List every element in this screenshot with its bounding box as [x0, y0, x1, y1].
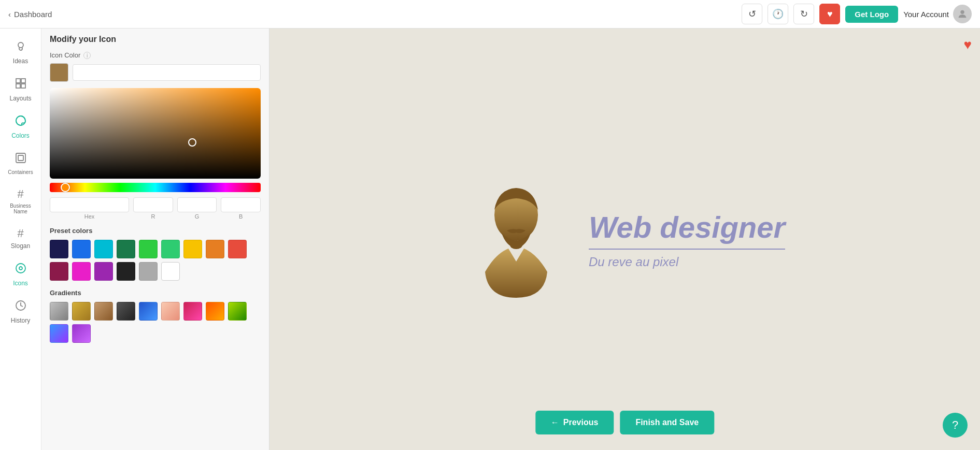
- sidebar-item-business[interactable]: # Business Name: [2, 182, 39, 220]
- color-picker-area[interactable]: [50, 88, 261, 192]
- preset-swatch-emerald[interactable]: [161, 240, 180, 258]
- previous-button[interactable]: ← Previous: [535, 411, 614, 434]
- containers-label: Containers: [8, 169, 33, 175]
- topbar-right: ↺ 🕐 ↻ ♥ Get Logo Your Account: [742, 4, 972, 24]
- preset-colors-title: Preset colors: [50, 227, 261, 235]
- redo-button[interactable]: ↻: [793, 4, 814, 24]
- preset-swatch-black[interactable]: [117, 262, 135, 281]
- bottom-bar: ← Previous Finish and Save: [535, 411, 714, 434]
- sidebar-item-ideas[interactable]: Ideas: [2, 35, 39, 70]
- preset-swatch-red[interactable]: [228, 240, 247, 258]
- gradient-swatch-purple-blue[interactable]: [50, 324, 68, 343]
- help-icon: ?: [952, 418, 958, 432]
- color-swatch[interactable]: [50, 63, 68, 82]
- preset-swatch-white[interactable]: [161, 262, 180, 281]
- history-icon: [15, 299, 27, 315]
- colors-icon: [15, 114, 27, 130]
- b-label: B: [239, 213, 243, 220]
- business-label: Business Name: [4, 203, 37, 214]
- b-field: 80 B: [221, 197, 261, 220]
- account-label: Your Account: [903, 10, 949, 19]
- preset-swatch-blue[interactable]: [72, 240, 91, 258]
- svg-point-1: [18, 42, 23, 48]
- svg-rect-8: [18, 155, 23, 161]
- logo-sub-text: Du reve au pixel: [589, 255, 785, 269]
- info-icon[interactable]: i: [83, 52, 91, 59]
- history-label: History: [11, 317, 30, 324]
- gradients-title: Gradients: [50, 289, 261, 297]
- gradient-swatch-dark[interactable]: [117, 302, 135, 321]
- gradient-swatch-gold[interactable]: [72, 302, 91, 321]
- svg-rect-3: [21, 79, 25, 83]
- topbar: ‹ Dashboard ↺ 🕐 ↻ ♥ Get Logo Your Accoun…: [0, 0, 980, 28]
- preset-swatch-darkred[interactable]: [50, 262, 68, 281]
- slogan-label: Slogan: [11, 242, 30, 250]
- undo-button[interactable]: ↺: [742, 4, 762, 24]
- preset-swatch-darkgreen[interactable]: [117, 240, 135, 258]
- preset-swatch-green[interactable]: [139, 240, 158, 258]
- back-chevron-icon: ‹: [8, 10, 11, 19]
- prev-arrow-icon: ←: [551, 418, 559, 427]
- svg-point-13: [510, 241, 522, 249]
- preset-grid: [50, 240, 261, 281]
- logo-preview: Web designer Du reve au pixel: [464, 179, 785, 300]
- icon-color-text: Icon Color: [50, 51, 80, 59]
- canvas-area: ♥: [269, 28, 980, 450]
- logo-icon: [464, 179, 568, 300]
- help-button[interactable]: ?: [943, 413, 968, 438]
- icons-label: Icons: [13, 280, 28, 287]
- history-button[interactable]: 🕐: [768, 4, 788, 24]
- logo-text-area: Web designer Du reve au pixel: [589, 210, 785, 269]
- avatar: [953, 5, 972, 23]
- favorite-button[interactable]: ♥: [819, 4, 840, 24]
- back-button[interactable]: ‹ Dashboard: [8, 10, 52, 19]
- svg-point-10: [19, 267, 22, 270]
- main-layout: Ideas Layouts Colors Containers # Busine…: [0, 28, 980, 450]
- color-hex-input[interactable]: #9c7945: [73, 64, 261, 81]
- sidebar-item-history[interactable]: History: [2, 294, 39, 329]
- hue-slider[interactable]: [50, 183, 261, 192]
- b-input[interactable]: 80: [221, 197, 261, 212]
- rgb-row: #498150 Hex 73 R 129 G 80 B: [50, 197, 261, 220]
- slogan-icon: #: [17, 227, 23, 240]
- topbar-left: ‹ Dashboard: [8, 10, 52, 19]
- sidebar-item-icons[interactable]: Icons: [2, 257, 39, 292]
- hex-input[interactable]: #498150: [50, 197, 129, 212]
- finish-save-button[interactable]: Finish and Save: [620, 411, 714, 434]
- gradient-swatch-blue[interactable]: [139, 302, 158, 321]
- g-input[interactable]: 129: [177, 197, 217, 212]
- sidebar-item-slogan[interactable]: # Slogan: [2, 222, 39, 255]
- sidebar-item-containers[interactable]: Containers: [2, 147, 39, 180]
- sidebar-item-colors[interactable]: Colors: [2, 109, 39, 144]
- r-label: R: [151, 213, 155, 220]
- gradient-swatch-peach[interactable]: [161, 302, 180, 321]
- hex-field: #498150 Hex: [50, 197, 129, 220]
- dashboard-label: Dashboard: [14, 10, 52, 19]
- icons-nav-icon: [15, 262, 27, 278]
- gradient-grid: [50, 302, 261, 343]
- get-logo-button[interactable]: Get Logo: [845, 6, 898, 23]
- gradient-swatch-lime[interactable]: [228, 302, 247, 321]
- gradient-swatch-pink[interactable]: [183, 302, 202, 321]
- gradient-swatch-violet[interactable]: [72, 324, 91, 343]
- preset-swatch-gray[interactable]: [139, 262, 158, 281]
- preset-swatch-purple[interactable]: [94, 262, 113, 281]
- gradient-swatch-silver[interactable]: [50, 302, 68, 321]
- hex-label: Hex: [84, 213, 95, 220]
- account-menu[interactable]: Your Account: [903, 5, 972, 23]
- preset-swatch-orange[interactable]: [206, 240, 224, 258]
- gradient-swatch-bronze[interactable]: [94, 302, 113, 321]
- sidebar-item-layouts[interactable]: Layouts: [2, 72, 39, 107]
- preset-swatch-magenta[interactable]: [72, 262, 91, 281]
- ideas-label: Ideas: [13, 57, 28, 65]
- color-picker-gradient[interactable]: [50, 88, 261, 179]
- edit-panel: Modify your Icon Icon Color i #9c7945: [41, 28, 269, 450]
- svg-point-0: [960, 10, 964, 14]
- preset-swatch-cyan[interactable]: [94, 240, 113, 258]
- canvas-heart-button[interactable]: ♥: [964, 37, 972, 53]
- r-input[interactable]: 73: [133, 197, 173, 212]
- ideas-icon: [15, 40, 27, 55]
- preset-swatch-navy[interactable]: [50, 240, 68, 258]
- preset-swatch-yellow[interactable]: [183, 240, 202, 258]
- gradient-swatch-orange[interactable]: [206, 302, 224, 321]
